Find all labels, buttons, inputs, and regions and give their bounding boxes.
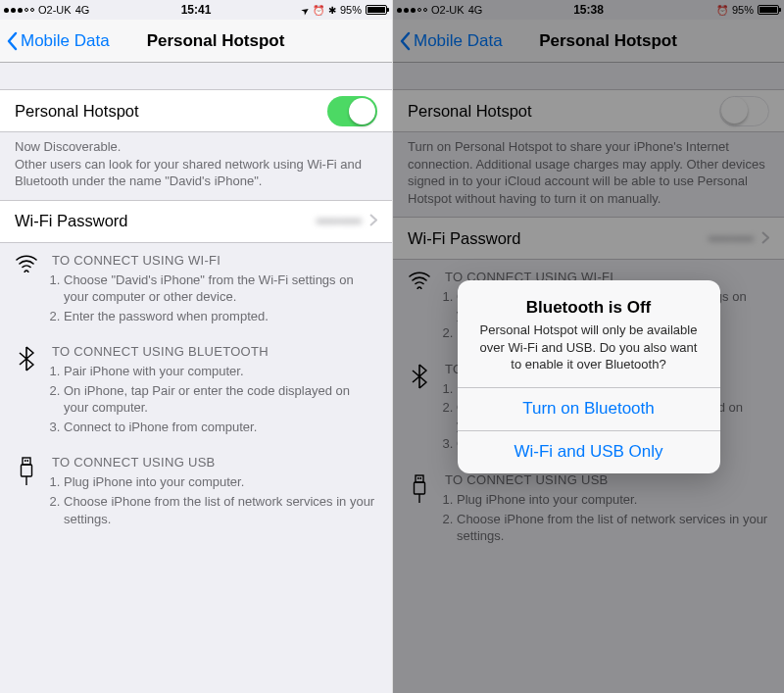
chevron-right-icon bbox=[369, 212, 377, 230]
hotspot-row: Personal Hotspot bbox=[0, 89, 392, 132]
instr-bt-title: TO CONNECT USING BLUETOOTH bbox=[52, 344, 377, 359]
bluetooth-icon bbox=[328, 4, 336, 16]
alert-message: Personal Hotspot will only be available … bbox=[473, 322, 705, 373]
usb-icon bbox=[15, 455, 38, 529]
instr-usb: TO CONNECT USING USB Plug iPhone into yo… bbox=[15, 455, 377, 529]
alert-dialog: Bluetooth is Off Personal Hotspot will o… bbox=[458, 280, 720, 473]
discoverable-footer: Now Discoverable. Other users can look f… bbox=[0, 132, 392, 200]
alarm-icon bbox=[313, 4, 324, 16]
instr-usb-step2: Choose iPhone from the list of network s… bbox=[64, 493, 377, 527]
svg-rect-1 bbox=[24, 460, 26, 462]
hotspot-label: Personal Hotspot bbox=[15, 102, 327, 121]
battery-icon bbox=[366, 5, 387, 15]
screen-left: O2-UK 4G 15:41 95% Mobile Data Personal … bbox=[0, 0, 392, 693]
alert-title: Bluetooth is Off bbox=[473, 298, 705, 318]
svg-rect-0 bbox=[23, 458, 30, 465]
instr-usb-step1: Plug iPhone into your computer. bbox=[64, 473, 377, 491]
instr-bt-step1: Pair iPhone with your computer. bbox=[64, 363, 377, 380]
network-label: 4G bbox=[75, 4, 90, 16]
svg-rect-2 bbox=[27, 460, 29, 462]
wifi-icon bbox=[15, 253, 38, 327]
location-icon bbox=[301, 4, 309, 16]
instr-wifi-step2: Enter the password when prompted. bbox=[64, 308, 377, 325]
alert-wifi-usb-only-button[interactable]: Wi-Fi and USB Only bbox=[458, 430, 720, 473]
instr-wifi-step1: Choose "David's iPhone" from the Wi-Fi s… bbox=[64, 272, 377, 306]
back-button[interactable]: Mobile Data bbox=[6, 31, 110, 51]
hotspot-switch[interactable] bbox=[327, 96, 377, 126]
wifi-password-value: •••••••• bbox=[317, 212, 362, 230]
bluetooth-icon-large bbox=[15, 344, 38, 437]
instr-wifi: TO CONNECT USING WI-FI Choose "David's i… bbox=[15, 253, 377, 327]
instr-bt-step3: Connect to iPhone from computer. bbox=[64, 419, 377, 436]
discoverable-line2: Other users can look for your shared net… bbox=[15, 156, 377, 190]
instr-wifi-title: TO CONNECT USING WI-FI bbox=[52, 253, 377, 268]
instructions: TO CONNECT USING WI-FI Choose "David's i… bbox=[0, 243, 392, 529]
wifi-password-label: Wi-Fi Password bbox=[15, 212, 317, 230]
back-label: Mobile Data bbox=[21, 31, 110, 51]
alert-turn-on-bluetooth-button[interactable]: Turn on Bluetooth bbox=[458, 387, 720, 430]
battery-percent: 95% bbox=[340, 4, 362, 16]
instr-bluetooth: TO CONNECT USING BLUETOOTH Pair iPhone w… bbox=[15, 344, 377, 437]
discoverable-line1: Now Discoverable. bbox=[15, 138, 377, 156]
screen-right: O2-UK 4G 15:38 95% Mobile Data Personal … bbox=[392, 0, 784, 693]
svg-rect-3 bbox=[22, 465, 32, 476]
carrier-label: O2-UK bbox=[38, 4, 72, 16]
instr-bt-step2: On iPhone, tap Pair or enter the code di… bbox=[64, 382, 377, 417]
instr-usb-title: TO CONNECT USING USB bbox=[52, 455, 377, 470]
nav-bar: Mobile Data Personal Hotspot bbox=[0, 20, 392, 63]
signal-dots bbox=[4, 8, 34, 13]
status-bar: O2-UK 4G 15:41 95% bbox=[0, 0, 392, 20]
wifi-password-row[interactable]: Wi-Fi Password •••••••• bbox=[0, 200, 392, 243]
clock: 15:41 bbox=[181, 3, 212, 17]
